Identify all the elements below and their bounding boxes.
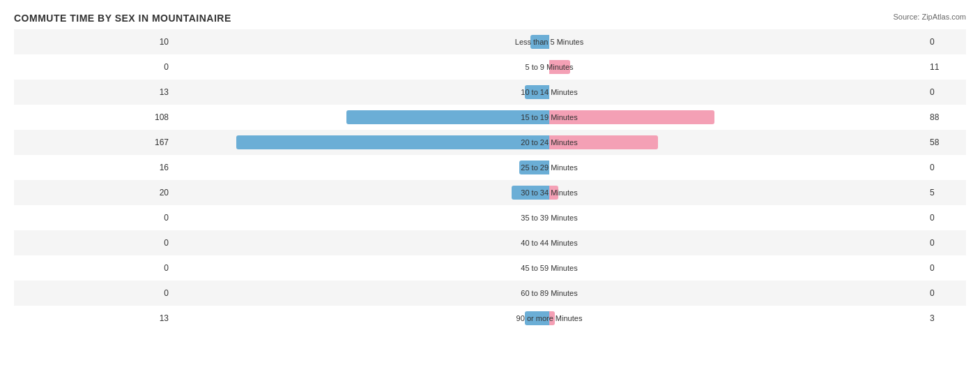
bars-area: 5 to 9 Minutes	[174, 54, 924, 80]
female-value: 0	[924, 163, 966, 172]
row-label: 40 to 44 Minutes	[521, 239, 577, 247]
bars-area: 60 to 89 Minutes	[174, 281, 924, 306]
bars-area: 45 to 59 Minutes	[174, 255, 924, 281]
row-label: Less than 5 Minutes	[515, 38, 583, 46]
bars-area: Less than 5 Minutes	[174, 29, 924, 54]
chart-row: 16 25 to 29 Minutes 0	[14, 155, 966, 180]
row-label: 35 to 39 Minutes	[521, 214, 577, 222]
bars-area: 35 to 39 Minutes	[174, 205, 924, 230]
row-label: 5 to 9 Minutes	[525, 63, 573, 71]
female-value: 0	[924, 238, 966, 248]
female-value: 0	[924, 87, 966, 97]
male-value: 108	[14, 112, 174, 122]
male-value: 16	[14, 163, 174, 172]
bars-area: 30 to 34 Minutes	[174, 180, 924, 205]
chart-row: 108 15 to 19 Minutes 88	[14, 105, 966, 130]
chart-container: COMMUTE TIME BY SEX IN MOUNTAINAIRE Sour…	[0, 0, 980, 365]
row-label: 25 to 29 Minutes	[521, 163, 577, 172]
chart-row: 10 Less than 5 Minutes 0	[14, 29, 966, 54]
female-value: 88	[924, 112, 966, 122]
row-label: 20 to 24 Minutes	[521, 138, 577, 147]
male-value: 0	[14, 288, 174, 298]
bars-area: 90 or more Minutes	[174, 306, 924, 331]
female-value: 11	[924, 62, 966, 72]
male-value: 20	[14, 188, 174, 198]
chart-row: 0 5 to 9 Minutes 11	[14, 54, 966, 80]
male-value: 0	[14, 213, 174, 223]
row-label: 15 to 19 Minutes	[521, 113, 577, 121]
row-label: 60 to 89 Minutes	[521, 289, 577, 297]
chart-row: 20 30 to 34 Minutes 5	[14, 180, 966, 205]
male-bar	[236, 135, 549, 149]
bars-area: 10 to 14 Minutes	[174, 80, 924, 105]
male-value: 0	[14, 263, 174, 273]
bars-area: 15 to 19 Minutes	[174, 105, 924, 130]
female-value: 0	[924, 213, 966, 223]
row-label: 10 to 14 Minutes	[521, 88, 577, 96]
male-value: 167	[14, 137, 174, 147]
male-value: 13	[14, 313, 174, 323]
bars-area: 20 to 24 Minutes	[174, 130, 924, 155]
male-value: 0	[14, 62, 174, 72]
chart-row: 13 10 to 14 Minutes 0	[14, 80, 966, 105]
female-value: 0	[924, 263, 966, 273]
chart-area: 10 Less than 5 Minutes 0 0 5 to 9 Minute…	[14, 29, 966, 305]
row-label: 90 or more Minutes	[516, 314, 583, 322]
chart-row: 0 45 to 59 Minutes 0	[14, 255, 966, 281]
bars-area: 25 to 29 Minutes	[174, 155, 924, 180]
male-bar	[346, 110, 549, 124]
chart-row: 0 35 to 39 Minutes 0	[14, 205, 966, 230]
male-value: 13	[14, 87, 174, 97]
male-value: 10	[14, 37, 174, 47]
female-value: 58	[924, 137, 966, 147]
row-label: 45 to 59 Minutes	[521, 264, 577, 272]
source-label: Source: ZipAtlas.com	[893, 13, 966, 21]
chart-row: 13 90 or more Minutes 3	[14, 306, 966, 331]
bars-area: 40 to 44 Minutes	[174, 230, 924, 255]
male-value: 0	[14, 238, 174, 248]
chart-row: 0 40 to 44 Minutes 0	[14, 230, 966, 255]
female-value: 3	[924, 313, 966, 323]
female-value: 0	[924, 37, 966, 47]
chart-row: 0 60 to 89 Minutes 0	[14, 281, 966, 306]
female-value: 0	[924, 288, 966, 298]
female-value: 5	[924, 188, 966, 198]
chart-title: COMMUTE TIME BY SEX IN MOUNTAINAIRE	[14, 13, 966, 24]
row-label: 30 to 34 Minutes	[521, 188, 577, 197]
chart-row: 167 20 to 24 Minutes 58	[14, 130, 966, 155]
